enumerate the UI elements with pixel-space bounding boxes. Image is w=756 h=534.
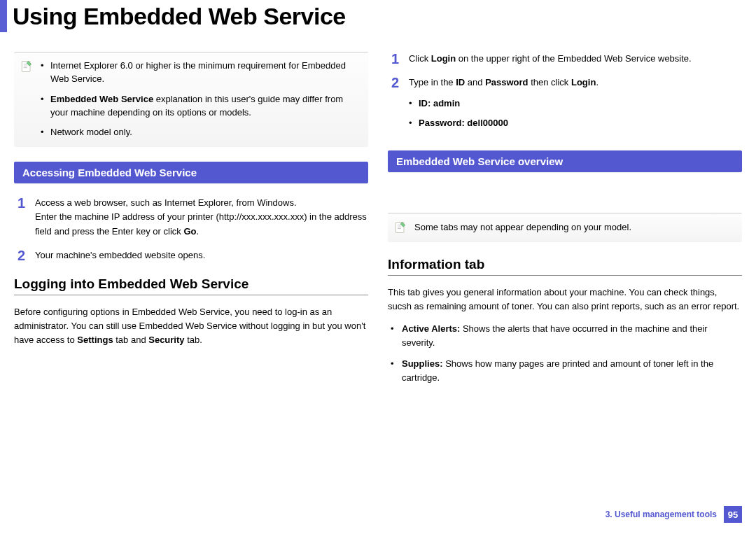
left-column: Internet Explorer 6.0 or higher is the m… bbox=[14, 52, 368, 392]
note-text: Some tabs may not appear depending on yo… bbox=[414, 220, 631, 234]
note-box-requirements: Internet Explorer 6.0 or higher is the m… bbox=[14, 52, 368, 146]
subheading-information-tab: Information tab bbox=[388, 257, 742, 276]
spacer bbox=[388, 185, 742, 213]
step-body: Click Login on the upper right of the Em… bbox=[409, 52, 742, 66]
section-bar-overview: Embedded Web Service overview bbox=[388, 150, 742, 172]
footer-page-number: 95 bbox=[724, 506, 742, 523]
page-title: Using Embedded Web Service bbox=[13, 3, 346, 30]
note-box-overview: Some tabs may not appear depending on yo… bbox=[388, 213, 742, 241]
paragraph-logging: Before configuring options in Embedded W… bbox=[14, 305, 368, 347]
footer-chapter: 3. Useful management tools bbox=[606, 510, 717, 519]
list-item: Supplies: Shows how many pages are print… bbox=[391, 357, 742, 385]
list-item: Active Alerts: Shows the alerts that hav… bbox=[391, 322, 742, 350]
note-item: Network model only. bbox=[41, 126, 360, 139]
step-body: Your machine's embedded website opens. bbox=[35, 248, 368, 262]
steps-login: 1 Click Login on the upper right of the … bbox=[388, 52, 742, 136]
note-item: Embedded Web Service explanation in this… bbox=[41, 93, 360, 120]
right-column: 1 Click Login on the upper right of the … bbox=[388, 52, 742, 392]
step-number: 1 bbox=[14, 196, 25, 210]
step-number: 1 bbox=[388, 52, 399, 66]
note-list: Internet Explorer 6.0 or higher is the m… bbox=[41, 59, 360, 139]
step-number: 2 bbox=[388, 76, 399, 90]
content-columns: Internet Explorer 6.0 or higher is the m… bbox=[0, 52, 756, 392]
note-icon bbox=[20, 59, 34, 73]
page-title-bar: Using Embedded Web Service bbox=[0, 0, 756, 32]
section-bar-accessing: Accessing Embedded Web Service bbox=[14, 162, 368, 183]
step-number: 2 bbox=[14, 248, 25, 262]
step: 1 Access a web browser, such as Internet… bbox=[14, 196, 368, 238]
steps-accessing: 1 Access a web browser, such as Internet… bbox=[14, 196, 368, 262]
step-body: Type in the ID and Password then click L… bbox=[409, 76, 742, 136]
step: 2 Your machine's embedded website opens. bbox=[14, 248, 368, 262]
step: 2 Type in the ID and Password then click… bbox=[388, 76, 742, 136]
note-item: Internet Explorer 6.0 or higher is the m… bbox=[41, 59, 360, 86]
subheading-logging: Logging into Embedded Web Service bbox=[14, 276, 368, 295]
step: 1 Click Login on the upper right of the … bbox=[388, 52, 742, 66]
page-footer: 3. Useful management tools 95 bbox=[606, 506, 742, 523]
paragraph-info-tab: This tab gives you general information a… bbox=[388, 286, 742, 314]
step-body: Access a web browser, such as Internet E… bbox=[35, 196, 368, 238]
title-accent-bar bbox=[0, 0, 7, 32]
info-bullet-list: Active Alerts: Shows the alerts that hav… bbox=[391, 322, 742, 386]
note-icon bbox=[393, 220, 407, 234]
